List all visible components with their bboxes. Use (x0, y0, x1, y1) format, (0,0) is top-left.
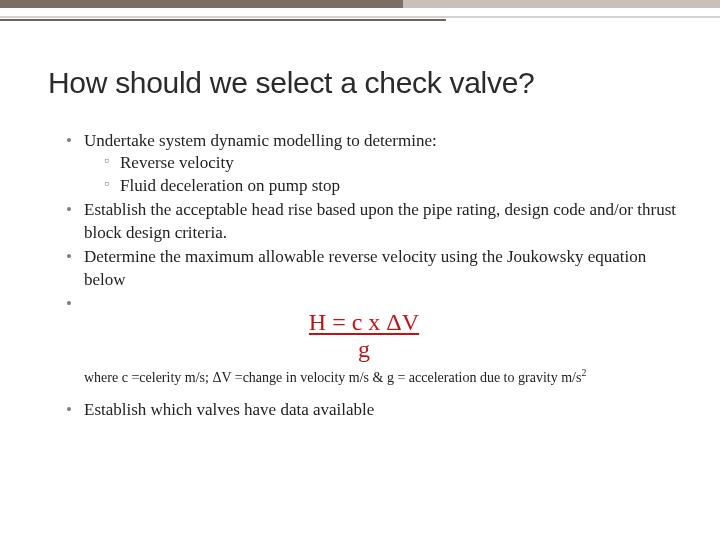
top-border (0, 0, 720, 8)
content-area: How should we select a check valve? Unde… (0, 66, 720, 422)
equation-numerator: H = c x ΔV (48, 309, 680, 336)
equation-denominator: g (48, 336, 680, 363)
accent-bar-dark (0, 0, 403, 8)
divider-line-light (0, 16, 720, 18)
bullet-1: Undertake system dynamic modelling to de… (66, 130, 680, 197)
bullet-list: Undertake system dynamic modelling to de… (48, 130, 680, 303)
divider (0, 8, 720, 30)
definition-exponent: 2 (581, 367, 586, 378)
slide: How should we select a check valve? Unde… (0, 0, 720, 540)
divider-line-dark (0, 19, 446, 21)
accent-bar-light (403, 0, 720, 8)
bullet-list-2: Establish which valves have data availab… (48, 399, 680, 421)
equation-definition: where c =celerity m/s; ΔV =change in vel… (84, 369, 680, 387)
equation: H = c x ΔV g (48, 309, 680, 363)
bullet-1-sublist: Reverse velocity Fluid deceleration on p… (84, 152, 680, 197)
bullet-1-sub-1: Reverse velocity (104, 152, 680, 174)
bullet-4-empty (66, 293, 680, 303)
bullet-1-text: Undertake system dynamic modelling to de… (84, 131, 437, 150)
bullet-1-sub-2: Fluid deceleration on pump stop (104, 175, 680, 197)
slide-title: How should we select a check valve? (48, 66, 680, 100)
bullet-3: Determine the maximum allowable reverse … (66, 246, 680, 291)
definition-text: where c =celerity m/s; ΔV =change in vel… (84, 370, 581, 385)
bullet-2: Establish the acceptable head rise based… (66, 199, 680, 244)
bullet-5: Establish which valves have data availab… (66, 399, 680, 421)
